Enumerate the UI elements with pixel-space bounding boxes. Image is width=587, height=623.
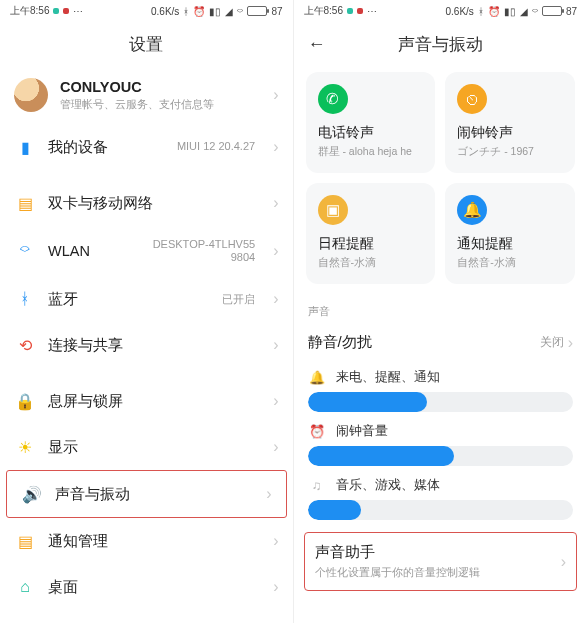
slider-label: 来电、提醒、通知: [336, 368, 440, 386]
card-notification-reminder[interactable]: 🔔 通知提醒 自然音-水滴: [445, 183, 575, 284]
bell-icon: 🔔: [457, 195, 487, 225]
card-title: 电话铃声: [318, 124, 424, 142]
page-title: 设置: [129, 33, 163, 56]
chevron-right-icon: ›: [568, 334, 573, 352]
sound-settings-pane: 上午8:56 ⋯ 0.6K/s ᚼ ⏰ ▮▯ ◢ ⌔ 87 ← 声音与振动 ✆ …: [294, 0, 588, 623]
device-value: MIUI 12 20.4.27: [177, 140, 255, 153]
status-more-icon: ⋯: [367, 6, 377, 17]
chevron-right-icon: ›: [273, 290, 278, 308]
chevron-right-icon: ›: [273, 242, 278, 260]
item-label: 连接与共享: [48, 336, 255, 355]
page-header: 设置: [0, 22, 293, 66]
battery-pct: 87: [566, 6, 577, 17]
chevron-right-icon: ›: [273, 392, 278, 410]
item-label: 蓝牙: [48, 290, 210, 309]
clock-icon: ⏲: [457, 84, 487, 114]
calendar-icon: ▣: [318, 195, 348, 225]
sim-icon: ▤: [14, 192, 36, 214]
device-row[interactable]: ▮ 我的设备 MIUI 12 20.4.27 ›: [0, 124, 293, 170]
battery-icon: [247, 6, 267, 16]
status-net: 0.6K/s: [446, 6, 474, 17]
slider-label: 音乐、游戏、媒体: [336, 476, 440, 494]
wifi-icon: ⌔: [532, 6, 538, 17]
assistant-sub: 个性化设置属于你的音量控制逻辑: [315, 565, 480, 580]
status-dot-icon: [63, 8, 69, 14]
alarm-volume-row: ⏰ 闹钟音量: [294, 416, 588, 470]
card-title: 闹钟铃声: [457, 124, 563, 142]
status-dot-icon: [53, 8, 59, 14]
chevron-right-icon: ›: [273, 194, 278, 212]
chevron-right-icon: ›: [561, 553, 566, 571]
home-icon: ⌂: [14, 576, 36, 598]
assistant-title: 声音助手: [315, 543, 480, 562]
phone-icon: ▮: [14, 136, 36, 158]
chevron-right-icon: ›: [273, 438, 278, 456]
share-row[interactable]: ⟲ 连接与共享 ›: [0, 322, 293, 368]
item-label: 声音与振动: [55, 485, 248, 504]
home-row[interactable]: ⌂ 桌面 ›: [0, 564, 293, 610]
signal-icon: ▮▯: [504, 6, 516, 17]
status-time: 上午8:56: [304, 4, 343, 18]
profile-row[interactable]: CONLYOUC 管理帐号、云服务、支付信息等 ›: [0, 66, 293, 124]
item-label: 桌面: [48, 578, 255, 597]
sim-row[interactable]: ▤ 双卡与移动网络 ›: [0, 180, 293, 226]
bt-value: 已开启: [222, 293, 255, 306]
alarm-volume-slider[interactable]: [308, 446, 574, 466]
item-label: 双卡与移动网络: [48, 194, 255, 213]
card-phone-ringtone[interactable]: ✆ 电话铃声 群星 - aloha heja he: [306, 72, 436, 173]
item-label: 通知管理: [48, 532, 255, 551]
share-icon: ⟲: [14, 334, 36, 356]
chevron-right-icon: ›: [273, 138, 278, 156]
sound-row-highlighted: 🔊 声音与振动 ›: [6, 470, 287, 518]
item-label: 显示: [48, 438, 255, 457]
display-row[interactable]: ☀ 显示 ›: [0, 424, 293, 470]
profile-sub: 管理帐号、云服务、支付信息等: [60, 97, 255, 112]
card-calendar-reminder[interactable]: ▣ 日程提醒 自然音-水滴: [306, 183, 436, 284]
clock-icon: ⏰: [308, 424, 326, 439]
wlan-row[interactable]: ⌔ WLAN DESKTOP-4TLHV55 9804 ›: [0, 226, 293, 276]
ring-volume-row: 🔔 来电、提醒、通知: [294, 362, 588, 416]
profile-name: CONLYOUC: [60, 79, 255, 95]
status-more-icon: ⋯: [73, 6, 83, 17]
ringtone-cards: ✆ 电话铃声 群星 - aloha heja he ⏲ 闹钟铃声 ゴンチチ - …: [294, 66, 588, 294]
statusbar: 上午8:56 ⋯ 0.6K/s ᚼ ⏰ ▮▯ ◢ ⌔ 87: [294, 0, 588, 22]
sun-icon: ☀: [14, 436, 36, 458]
wlan-value: DESKTOP-4TLHV55 9804: [153, 238, 256, 264]
silent-value: 关闭: [540, 334, 564, 351]
item-label: WLAN: [48, 243, 141, 259]
status-dot-icon: [357, 8, 363, 14]
chevron-right-icon: ›: [273, 578, 278, 596]
ring-volume-slider[interactable]: [308, 392, 574, 412]
card-alarm-ringtone[interactable]: ⏲ 闹钟铃声 ゴンチチ - 1967: [445, 72, 575, 173]
sound-row[interactable]: 🔊 声音与振动 ›: [7, 471, 286, 517]
silent-row[interactable]: 静音/勿扰 关闭 ›: [294, 323, 588, 362]
wifi-icon: ⌔: [237, 6, 243, 17]
lockscreen-row[interactable]: 🔒 息屏与锁屏 ›: [0, 378, 293, 424]
wifi-icon: ⌔: [14, 240, 36, 262]
speaker-icon: 🔊: [21, 483, 43, 505]
bluetooth-icon: ᚼ: [478, 6, 484, 17]
status-dot-icon: [347, 8, 353, 14]
bluetooth-icon: ᚼ: [14, 288, 36, 310]
page-header: ← 声音与振动: [294, 22, 588, 66]
phone-icon: ✆: [318, 84, 348, 114]
media-volume-row: ♫ 音乐、游戏、媒体: [294, 470, 588, 524]
device-label: 我的设备: [48, 138, 165, 157]
card-sub: 自然音-水滴: [457, 256, 563, 270]
section-label: 声音: [294, 294, 588, 323]
card-sub: 自然音-水滴: [318, 256, 424, 270]
silent-label: 静音/勿扰: [308, 333, 372, 352]
notification-row[interactable]: ▤ 通知管理 ›: [0, 518, 293, 564]
media-volume-slider[interactable]: [308, 500, 574, 520]
card-sub: 群星 - aloha heja he: [318, 145, 424, 159]
settings-pane: 上午8:56 ⋯ 0.6K/s ᚼ ⏰ ▮▯ ◢ ⌔ 87 设置 CONLYOU…: [0, 0, 294, 623]
alarm-icon: ⏰: [488, 6, 500, 17]
signal-icon: ◢: [520, 6, 528, 17]
chevron-right-icon: ›: [273, 336, 278, 354]
bluetooth-icon: ᚼ: [183, 6, 189, 17]
card-title: 日程提醒: [318, 235, 424, 253]
sound-assistant-row[interactable]: 声音助手 个性化设置属于你的音量控制逻辑 ›: [304, 532, 578, 591]
item-label: 息屏与锁屏: [48, 392, 255, 411]
back-button[interactable]: ←: [308, 34, 326, 55]
bluetooth-row[interactable]: ᚼ 蓝牙 已开启 ›: [0, 276, 293, 322]
